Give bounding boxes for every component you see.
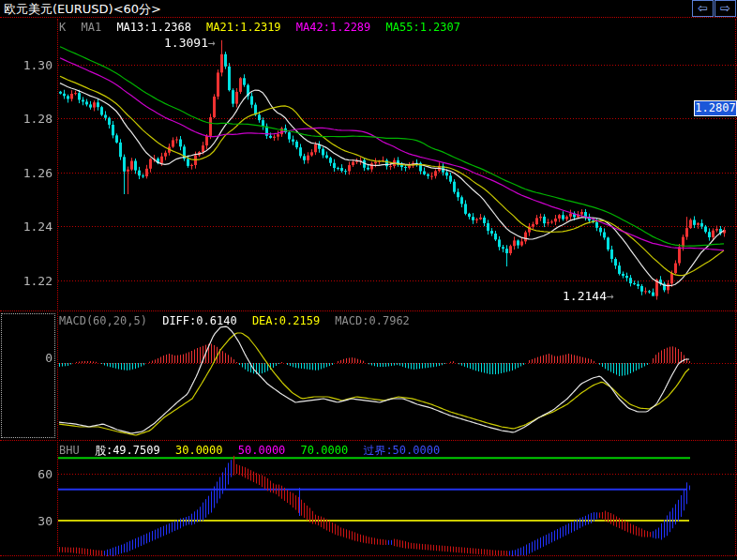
axis-border-right: [735, 19, 736, 555]
price-axis-1-28: 1.28: [0, 112, 53, 126]
macd-header: MACD(60,20,5) DIFF:0.6140 DEA:0.2159 MAC…: [59, 314, 418, 327]
high-annotation-value: 1.3091: [164, 36, 208, 50]
legend-k: K: [59, 21, 66, 34]
bhu-axis-60: 60: [0, 467, 53, 481]
bhu-panel-divider: [0, 440, 737, 441]
price-axis-1-24: 1.24: [0, 219, 53, 234]
macd-zero-label: 0: [0, 351, 53, 365]
macd-chart-canvas[interactable]: [0, 310, 737, 440]
price-axis-1-26: 1.26: [0, 166, 53, 180]
left-arrow-icon: ⇦: [698, 1, 708, 15]
titlebar-divider: [0, 17, 737, 18]
legend-ma42: MA42:1.2289: [296, 21, 370, 34]
bhu-axis-30: 30: [0, 514, 53, 528]
right-arrow-icon: →: [208, 36, 216, 50]
right-arrow-icon: →: [607, 289, 614, 303]
macd-panel-divider: [0, 310, 737, 311]
last-price-tag: 1.2807: [694, 100, 737, 116]
bhu-level-70: 70.0000: [301, 444, 349, 457]
symbol-title: 欧元美元(EURUSD)<60分>: [4, 1, 161, 18]
high-annotation: 1.3091→: [164, 36, 216, 50]
macd-params-label: MACD(60,20,5): [59, 314, 147, 327]
legend-ma21: MA21:1.2319: [206, 21, 280, 34]
legend-ma55: MA55:1.2307: [386, 21, 460, 34]
legend-ma1: MA1: [81, 21, 101, 34]
right-arrow-icon: ⇨: [720, 1, 730, 15]
indicator-gutter-box: [1, 313, 55, 438]
price-chart-canvas[interactable]: [0, 19, 737, 310]
ma-legend: K MA1 MA13:1.2368 MA21:1.2319 MA42:1.228…: [59, 21, 469, 34]
back-arrow-button[interactable]: ⇦: [692, 0, 714, 17]
legend-ma13: MA13:1.2368: [116, 21, 190, 34]
bhu-level-30: 30.0000: [175, 444, 223, 457]
chart-application: 欧元美元(EURUSD)<60分> ⇦ ⇨ K MA1 MA13:1.2368 …: [0, 0, 737, 560]
macd-dea-value: DEA:0.2159: [252, 314, 320, 327]
price-axis-1-22: 1.22: [0, 274, 53, 288]
macd-value: MACD:0.7962: [335, 314, 409, 327]
nav-buttons: ⇦ ⇨: [692, 0, 736, 17]
macd-diff-value: DIFF:0.6140: [162, 314, 236, 327]
title-bar: 欧元美元(EURUSD)<60分> ⇦ ⇨: [0, 0, 737, 17]
bhu-threshold: 过界:50.0000: [363, 444, 440, 457]
forward-arrow-button[interactable]: ⇨: [714, 0, 736, 17]
price-axis-1-30: 1.30: [0, 58, 53, 72]
low-annotation: 1.2144→: [563, 289, 614, 303]
axis-border-left: [57, 19, 58, 555]
bhu-header: BHU 股:49.7509 30.0000 50.0000 70.0000 过界…: [59, 443, 448, 459]
bhu-label: BHU: [59, 444, 80, 457]
bottom-border: [0, 555, 737, 556]
bhu-value: 股:49.7509: [95, 444, 160, 457]
bhu-level-50: 50.0000: [238, 444, 286, 457]
low-annotation-value: 1.2144: [563, 289, 607, 303]
